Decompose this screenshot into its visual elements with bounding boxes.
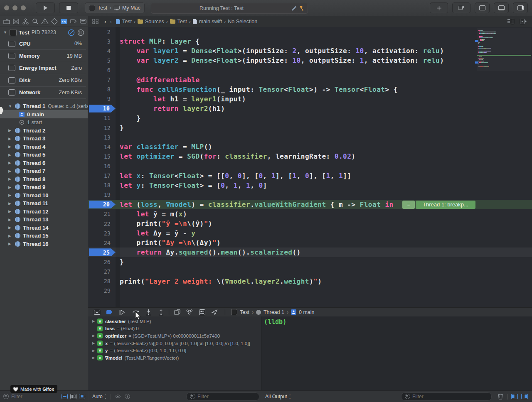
report-navigator-icon[interactable] (79, 18, 87, 25)
disclosure-triangle-icon[interactable]: ▶ (8, 161, 12, 165)
gauge-row-cpu[interactable]: CPU0% (0, 38, 86, 50)
disclosure-triangle-icon[interactable]: ▶ (8, 169, 12, 173)
test-navigator-icon[interactable] (50, 18, 59, 25)
navigator-filter-input[interactable]: Filter (11, 394, 22, 400)
disclosure-triangle-icon[interactable]: ▶ (8, 177, 12, 181)
debug-crumb-app[interactable]: Test (240, 309, 249, 315)
variable-row-3[interactable]: ▶Voptimizer= (SGD<Test.MLP>) 0x000000011… (88, 332, 261, 340)
memory-gauge-ring-icon[interactable] (77, 29, 84, 36)
filter-stacks-icon[interactable] (70, 394, 76, 399)
debug-crumb-thread[interactable]: Thread 1 (264, 309, 284, 315)
breakpoints-toggle-button[interactable] (103, 310, 116, 314)
project-navigator-icon[interactable] (2, 18, 11, 25)
breakpoint-badge[interactable]: 20 (89, 201, 116, 208)
sidebar-item-thread-14[interactable]: ▶Thread 14 (0, 223, 88, 232)
minimize-window-button[interactable] (12, 5, 17, 10)
disclosure-triangle-icon[interactable]: ▶ (92, 319, 96, 323)
zoom-window-button[interactable] (21, 5, 26, 10)
minimap[interactable] (477, 28, 531, 71)
disclosure-triangle-icon[interactable]: ▶ (92, 334, 96, 338)
sidebar-item-thread-16[interactable]: ▶Thread 16 (0, 240, 88, 248)
variable-row-5[interactable]: ▶Vy= (Tensor<Float>) [0.0, 1.0, 1.0, 0.0… (88, 347, 261, 354)
debug-memory-graph-button[interactable] (183, 309, 196, 315)
crumb-project[interactable]: Test (122, 19, 132, 25)
disclosure-triangle-icon[interactable]: ▼ (3, 30, 7, 34)
breakpoint-navigator-icon[interactable] (69, 18, 78, 25)
sidebar-item-thread-6[interactable]: ▶Thread 6 (0, 159, 88, 167)
variable-row-6[interactable]: ▶V∇model(Test.MLP.TangentVector) (88, 354, 261, 362)
stack-frame-1-start[interactable]: 1 start (0, 118, 88, 127)
disclosure-triangle-icon[interactable]: ▶ (8, 234, 12, 238)
hide-debug-area-button[interactable] (91, 310, 103, 315)
disclosure-triangle-icon[interactable]: ▶ (92, 356, 96, 360)
variables-view[interactable]: ▶Vclassifier(Test.MLP)Vloss= (Float) 0▶V… (88, 316, 261, 390)
disclosure-triangle-icon[interactable]: ▶ (8, 145, 12, 149)
sidebar-item-thread-4[interactable]: ▶Thread 4 (0, 142, 88, 151)
thread1-row[interactable]: ▼ Thread 1 Queue: c...d (serial) (0, 102, 88, 110)
add-editor-icon[interactable] (520, 19, 527, 24)
sidebar-item-thread-15[interactable]: ▶Thread 15 (0, 232, 88, 240)
pause-process-icon[interactable] (68, 29, 75, 36)
console-scope-select[interactable]: All Output (265, 394, 287, 400)
sidebar-item-thread-11[interactable]: ▶Thread 11 (0, 199, 88, 208)
breakpoint-annotation[interactable]: ≡Thread 1: breakp... (402, 201, 475, 209)
editor-options-icon[interactable] (507, 19, 514, 24)
clear-console-trash-icon[interactable] (498, 393, 503, 400)
process-row[interactable]: ▼ Test PID 78223 (0, 27, 88, 38)
sidebar-item-thread-3[interactable]: ▶Thread 3 (0, 135, 88, 143)
disclosure-triangle-icon[interactable]: ▶ (8, 128, 12, 132)
stack-frame-0-main[interactable]: 0 main (0, 110, 88, 118)
console-view[interactable]: (lldb) (261, 316, 532, 390)
debug-view-hierarchy-button[interactable] (171, 309, 183, 315)
disclosure-triangle-icon[interactable]: ▶ (8, 218, 12, 222)
sidebar-item-thread-10[interactable]: ▶Thread 10 (0, 191, 88, 199)
standard-editor-button[interactable] (475, 2, 490, 13)
environment-overrides-button[interactable] (196, 309, 208, 315)
related-items-icon[interactable] (92, 19, 99, 24)
debug-navigator-icon[interactable] (60, 18, 68, 25)
disclosure-triangle-icon[interactable]: ▶ (8, 201, 12, 206)
toggle-console-view-icon[interactable] (521, 394, 528, 399)
disclosure-triangle-icon[interactable]: ▶ (92, 341, 96, 345)
continue-button[interactable] (116, 310, 128, 315)
filter-crashed-icon[interactable] (79, 394, 85, 399)
breakpoint-badge[interactable]: 10 (89, 105, 116, 113)
crumb-selection[interactable]: No Selection (228, 19, 257, 25)
step-out-button[interactable] (155, 309, 167, 315)
sidebar-item-thread-12[interactable]: ▶Thread 12 (0, 207, 88, 216)
crumb-test[interactable]: Test (177, 19, 187, 25)
gauge-row-memory[interactable]: Memory19 MB (0, 50, 86, 62)
disclosure-triangle-icon[interactable]: ▶ (8, 185, 12, 189)
disclosure-triangle-icon[interactable]: ▶ (8, 226, 12, 230)
variable-row-1[interactable]: ▶Vclassifier(Test.MLP) (88, 318, 261, 325)
toggle-variables-view-icon[interactable] (511, 394, 518, 399)
forward-button[interactable]: › (110, 18, 112, 25)
simulate-location-button[interactable] (208, 309, 221, 315)
info-icon[interactable] (125, 394, 130, 399)
symbol-navigator-icon[interactable] (22, 18, 30, 25)
variables-filter-field[interactable]: Filter (186, 392, 259, 401)
sidebar-item-thread-5[interactable]: ▶Thread 5 (0, 151, 88, 159)
sidebar-item-thread-8[interactable]: ▶Thread 8 (0, 175, 88, 183)
debug-crumb-frame[interactable]: 0 main (299, 309, 315, 315)
variables-scope-select[interactable]: Auto (92, 394, 103, 400)
disclosure-triangle-icon[interactable]: ▶ (92, 349, 96, 353)
disclosure-triangle-icon[interactable]: ▶ (8, 209, 12, 213)
close-window-button[interactable] (4, 5, 9, 10)
find-navigator-icon[interactable] (31, 18, 39, 25)
gauge-row-energy-impact[interactable]: Energy ImpactZero (0, 62, 86, 74)
run-button[interactable] (36, 2, 55, 13)
library-button[interactable] (430, 2, 448, 13)
crumb-file[interactable]: main.swift (199, 19, 222, 25)
source-editor[interactable]: 23struct MLP: Layer {4 var layer1 = Dens… (88, 27, 532, 307)
build-hammer-icon[interactable] (299, 6, 304, 11)
pencil-icon[interactable] (292, 6, 297, 11)
console-filter-field[interactable]: Filter (401, 392, 492, 401)
gauge-row-disk[interactable]: DiskZero KB/s (0, 74, 86, 86)
filter-running-icon[interactable] (62, 394, 68, 399)
disclosure-triangle-icon[interactable]: ▶ (8, 153, 12, 157)
issue-navigator-icon[interactable] (41, 18, 49, 25)
sidebar-item-thread-7[interactable]: ▶Thread 7 (0, 167, 88, 175)
gauge-row-network[interactable]: NetworkZero KB/s (0, 87, 86, 99)
quicklook-eye-icon[interactable] (115, 394, 121, 399)
